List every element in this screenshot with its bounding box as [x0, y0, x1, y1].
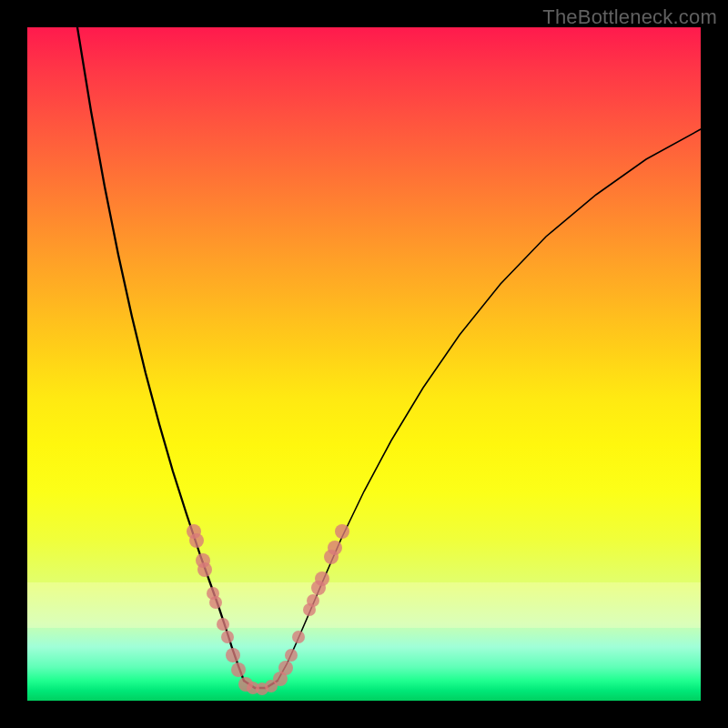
watermark-text: TheBottleneck.com	[542, 5, 717, 29]
plot-area	[27, 27, 701, 701]
data-marker	[278, 661, 293, 675]
data-marker	[285, 649, 298, 662]
data-marker	[335, 524, 349, 539]
data-marker	[209, 596, 222, 609]
curve-right	[278, 129, 701, 681]
curve-svg	[27, 27, 701, 701]
data-marker	[197, 562, 212, 577]
markers-group	[187, 524, 349, 695]
data-marker	[328, 541, 342, 555]
data-marker	[189, 533, 204, 548]
data-marker	[307, 594, 319, 607]
curve-left	[77, 27, 244, 681]
data-marker	[292, 631, 305, 643]
data-marker	[315, 571, 329, 586]
data-marker	[217, 618, 229, 631]
data-marker	[231, 662, 246, 677]
chart-frame: TheBottleneck.com	[0, 0, 728, 728]
data-marker	[226, 648, 240, 662]
data-marker	[221, 631, 234, 643]
